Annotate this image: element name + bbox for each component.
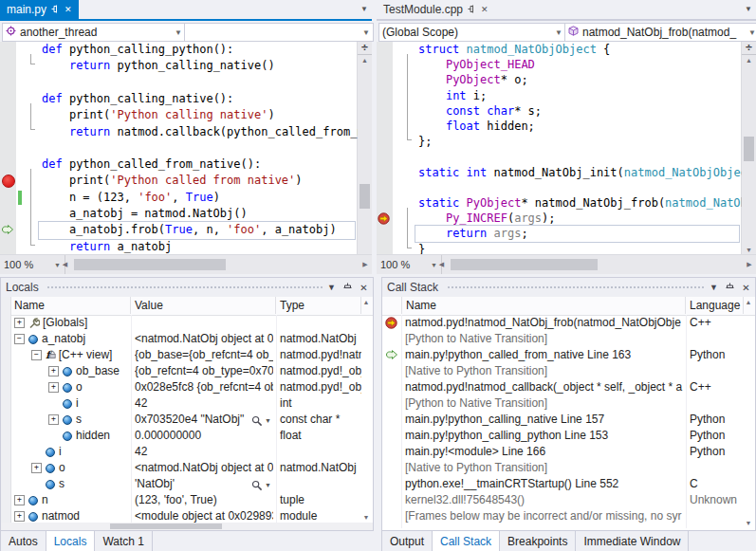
table-row[interactable]: i42 [1,444,373,460]
column-header-value[interactable]: Value [131,297,276,314]
table-row[interactable]: +o<natmod.NatObj object at 0xnatmod.NatO… [1,460,373,476]
scroll-right-arrow[interactable]: ▶ [743,255,756,274]
table-row[interactable]: i42int [1,395,373,412]
table-row[interactable]: +[Globals] [1,315,373,331]
stack-frame-row[interactable]: [Frames below may be incorrect and/or mi… [382,508,755,524]
document-list-dropdown-icon[interactable]: ▼ [360,5,368,13]
scrollbar-thumb[interactable] [74,259,226,270]
column-header-name[interactable]: Name [10,297,131,314]
expand-icon[interactable]: + [48,414,59,425]
window-position-icon[interactable]: ▼ [324,283,339,292]
code-line[interactable]: −struct natmod_NatObjObject { [418,42,742,57]
locals-title-bar[interactable]: Locals [1,278,373,297]
code-line[interactable]: float hidden; [418,119,742,134]
expand-icon[interactable]: + [48,366,59,377]
scrollbar-thumb[interactable] [744,137,754,161]
tab-call-stack[interactable]: Call Stack [433,531,500,551]
scrollbar-thumb[interactable] [110,523,222,529]
code-line[interactable]: return a_natobj [42,239,358,254]
window-position-icon[interactable]: ▼ [707,283,721,292]
stack-frame-row[interactable]: main.py!python_called_from_native Line 1… [382,347,755,363]
horizontal-scrollbar[interactable] [72,255,358,274]
visualizer-control[interactable]: ▼ [251,413,271,428]
stack-frame-row[interactable]: [Python to Native Transition] [382,331,755,347]
close-icon[interactable]: ✕ [739,283,753,293]
expand-icon[interactable]: + [48,382,59,393]
callstack-title-bar[interactable]: Call Stack [382,278,755,297]
code-line[interactable]: print('Python called from native') [42,173,358,189]
code-line[interactable]: PyObject_HEAD [418,57,742,72]
expand-icon[interactable]: + [14,495,25,505]
function-combo[interactable]: natmod_NatObj_frob(natmod_ ▼ [564,23,756,42]
code-line[interactable] [418,149,742,164]
scroll-up-arrow[interactable]: ▲ [360,299,372,305]
scroll-left-arrow[interactable]: ◀ [59,255,71,274]
stack-frame-row[interactable]: [Native to Python Transition] [382,363,755,379]
tab-main-py[interactable]: main.py ✕ [0,0,79,19]
vertical-scrollbar[interactable]: ÷ ▲ [357,42,372,254]
code-line[interactable]: PyObject* o; [418,72,742,87]
column-header-type[interactable]: Type [276,297,361,314]
code-line[interactable] [42,75,358,91]
scroll-up-arrow[interactable]: ▲ [742,55,756,66]
thread-combo[interactable]: another_thread ▼ [2,23,186,42]
breakpoint-gutter[interactable] [0,42,16,254]
code-line[interactable]: −static PyObject* natmod_NatObj_frob(nat… [418,195,742,211]
scroll-down-arrow[interactable]: ▼ [742,247,756,253]
code-line[interactable]: −def python_calling_python(): [42,42,358,58]
cpp-code-editor[interactable]: ÷ ▲ ▼ −struct natmod_NatObjObject { PyOb… [377,42,756,254]
column-header-language[interactable]: Language [686,297,744,314]
python-code-editor[interactable]: ÷ ▲ −def python_calling_python(): return… [0,42,372,254]
stack-frame-row[interactable]: main.py!python_calling_python Line 153Py… [382,428,755,444]
stack-frame-row[interactable]: [Native to Python Transition] [382,460,755,476]
tab-locals[interactable]: Locals [46,531,96,551]
scroll-right-arrow[interactable]: ▶ [359,255,372,274]
code-line[interactable]: } [418,242,742,254]
tab-immediate-window[interactable]: Immediate Window [576,531,689,551]
code-line[interactable]: a_natobj.frob(True, n, 'foo', a_natobj) [42,222,358,238]
collapse-icon[interactable]: − [14,334,25,344]
expand-icon[interactable]: + [31,463,42,473]
collapse-icon[interactable]: − [31,350,42,360]
code-line[interactable]: n = (123, 'foo', True) [42,190,358,206]
tab-autos[interactable]: Autos [0,531,46,551]
scroll-down-arrow[interactable]: ▼ [743,520,754,526]
tab-breakpoints[interactable]: Breakpoints [500,531,576,551]
scroll-left-arrow[interactable]: ◀ [435,255,448,274]
stack-frame-row[interactable]: main.py!python_calling_native Line 157Py… [382,412,755,428]
close-icon[interactable]: ✕ [65,5,72,14]
tab-testmodule-cpp[interactable]: TestModule.cpp ✕ [377,0,495,19]
stack-frame-row[interactable]: natmod.pyd!natmod_NatObj_frob(natmod_Nat… [382,315,755,331]
stack-frame-row[interactable]: main.py!<module> Line 166Python [382,444,755,460]
code-line[interactable] [418,180,742,195]
scroll-up-arrow[interactable]: ▲ [358,55,372,66]
code-line[interactable]: return natmod.callback(python_called_fro… [42,124,358,140]
expand-icon[interactable]: + [14,318,25,328]
expand-icon[interactable]: + [14,511,25,522]
chevron-down-icon[interactable]: ▼ [265,413,271,428]
scroll-down-arrow[interactable]: ▼ [360,514,372,521]
tab-output[interactable]: Output [381,531,433,551]
code-line[interactable]: −def python_calling_native(): [42,91,358,107]
table-row[interactable]: −f[C++ view]{ob_base={ob_refcnt=4 ob_tyn… [1,347,373,363]
scroll-up-arrow[interactable]: ▲ [743,299,754,305]
scrollbar-thumb[interactable] [360,184,370,209]
stack-frame-row[interactable]: python.exe!__tmainCRTStartup() Line 552C [382,476,755,492]
zoom-selector[interactable]: 100 % ▼ [377,255,442,274]
close-icon[interactable]: ✕ [481,5,489,14]
code-line[interactable]: const char* s; [418,103,742,119]
visualizer-control[interactable]: ▼ [251,477,271,492]
code-line[interactable]: print('Python calling native') [42,107,358,123]
stack-frame-row[interactable]: natmod.pyd!natmod_callback(_object * sel… [382,379,755,395]
member-combo-empty[interactable]: ▼ [184,23,374,42]
code-line[interactable]: −def python_called_from_native(): [42,156,358,173]
table-row[interactable]: s'NatObj'▼ [1,476,373,492]
table-row[interactable]: +n(123, 'foo', True)tuple [1,492,373,508]
close-icon[interactable]: ✕ [357,283,371,293]
stack-frame-row[interactable]: kernel32.dll!75648543()Unknown [382,492,755,508]
stack-frame-row[interactable]: [Python to Native Transition] [382,395,755,412]
table-row[interactable]: +o0x028e5fc8 {ob_refcnt=4 ob_tnatmod.pyd… [1,379,373,395]
column-header-name[interactable]: Name [402,297,686,314]
table-row[interactable]: hidden0.000000000float [1,428,373,444]
pin-icon[interactable] [51,3,60,16]
